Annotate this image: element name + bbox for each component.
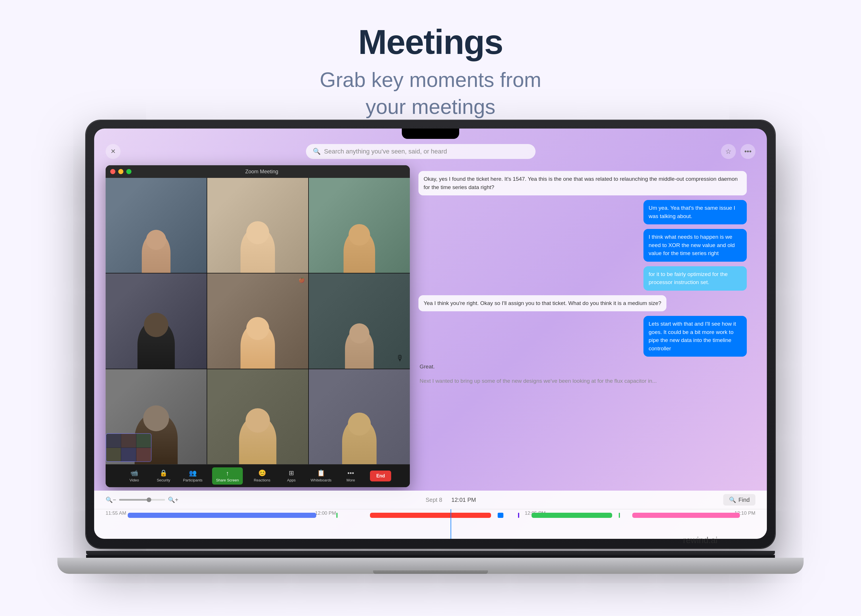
whiteboards-tool[interactable]: 📋 Whiteboards [310, 469, 332, 482]
screen-content: ✕ 🔍 Search anything you've seen, said, o… [94, 129, 767, 539]
hero-subtitle: Grab key moments from your meetings [0, 66, 861, 120]
timeline-track[interactable]: 11:55 AM 12:00 PM 12:05 PM 12:10 PM [94, 509, 767, 539]
page-title: Meetings [0, 23, 861, 61]
chat-text-1: Okay, yes I found the ticket here. It's … [419, 171, 747, 195]
video-tool[interactable]: 📹 Video [124, 469, 144, 482]
security-label: Security [157, 478, 170, 482]
more-tool[interactable]: ••• More [341, 469, 361, 482]
zoom-window-title: Zoom Meeting [134, 169, 389, 175]
chat-message-8: Next I wanted to bring up some of the ne… [419, 377, 747, 385]
chat-panel: Okay, yes I found the ticket here. It's … [410, 165, 756, 487]
laptop-body: ✕ 🔍 Search anything you've seen, said, o… [86, 121, 775, 548]
traffic-light-red[interactable] [110, 169, 115, 174]
timeline-date: Sept 8 [426, 497, 442, 503]
camera-notch [402, 129, 459, 139]
video-cell-2 [207, 178, 308, 273]
participants-icon: 👥 [189, 469, 197, 477]
find-icon: 🔍 [729, 497, 736, 503]
video-label: Video [129, 478, 139, 482]
reactions-label: Reactions [254, 478, 270, 482]
timeline-bar-zoom [128, 513, 316, 518]
chat-bubble-2: Um yea. Yea that's the same issue I was … [644, 200, 747, 225]
top-bar: ✕ 🔍 Search anything you've seen, said, o… [94, 141, 767, 162]
apple-logo: 🍎 [299, 277, 305, 283]
traffic-light-yellow[interactable] [118, 169, 123, 174]
apps-label: Apps [287, 478, 296, 482]
chat-message-1: Okay, yes I found the ticket here. It's … [419, 171, 747, 195]
share-screen-icon: ↑ [226, 470, 229, 477]
participants-label: Participants [183, 478, 203, 482]
video-cell-9 [309, 369, 410, 464]
watermark: rewind.ai [683, 535, 718, 545]
find-button[interactable]: 🔍 Find [723, 494, 756, 506]
reactions-tool[interactable]: 😊 Reactions [252, 469, 272, 482]
chat-message-5: Yea I think you're right. Okay so I'll a… [419, 295, 747, 311]
more-button[interactable]: ••• [740, 144, 756, 159]
screen-bezel: ✕ 🔍 Search anything you've seen, said, o… [94, 129, 767, 539]
laptop-base-notch [373, 570, 488, 574]
chat-faded-8: Next I wanted to bring up some of the ne… [419, 377, 658, 385]
timeline-zoom-group: 🔍− 🔍+ [105, 497, 178, 503]
end-button[interactable]: End [370, 471, 391, 481]
zoom-toolbar: 📹 Video 🔒 Security 👥 Participants [105, 464, 410, 487]
traffic-light-green[interactable] [126, 169, 131, 174]
search-icon: 🔍 [313, 148, 321, 155]
video-cell-4 [105, 273, 207, 368]
main-content: Zoom Meeting [94, 165, 767, 487]
hero-section: Meetings Grab key moments from your meet… [0, 0, 861, 137]
share-screen-label: Share Screen [216, 478, 239, 482]
more-label: More [346, 478, 355, 482]
laptop-hinge-top [86, 551, 775, 555]
thumbnail-strip [105, 433, 151, 462]
zoom-titlebar: Zoom Meeting [105, 165, 410, 178]
laptop-bottom [57, 558, 804, 574]
star-button[interactable]: ☆ [721, 144, 736, 159]
laptop-frame: ✕ 🔍 Search anything you've seen, said, o… [86, 121, 775, 574]
apps-tool[interactable]: ⊞ Apps [281, 469, 301, 482]
top-actions: ☆ ••• [721, 144, 756, 159]
chat-message-6: Lets start with that and I'll see how it… [419, 316, 747, 357]
apps-icon: ⊞ [289, 469, 294, 477]
laptop-hinge [86, 555, 775, 558]
security-tool[interactable]: 🔒 Security [154, 469, 174, 482]
chat-bubble-4: for it to be fairly optimized for the pr… [644, 266, 747, 291]
close-button[interactable]: ✕ [105, 144, 121, 159]
chat-plain-7: Great. [419, 361, 436, 372]
video-grid: 🍎 🎙 [105, 178, 410, 464]
whiteboards-icon: 📋 [317, 469, 325, 477]
search-placeholder: Search anything you've seen, said, or he… [324, 148, 447, 155]
time-label-2: 12:00 PM [315, 511, 336, 516]
timeline-area: 🔍− 🔍+ Sept 8 12:01 PM [94, 490, 767, 539]
video-cell-3 [309, 178, 410, 273]
zoom-out-icon[interactable]: 🔍− [105, 497, 116, 503]
video-icon: 📹 [130, 469, 138, 477]
find-label: Find [738, 497, 750, 503]
video-cell-1 [105, 178, 207, 273]
whiteboards-label: Whiteboards [310, 478, 332, 482]
timeline-playhead [450, 509, 451, 539]
chat-message-7: Great. [419, 361, 747, 372]
time-label-1: 11:55 AM [105, 511, 126, 516]
video-cell-6: 🎙 [309, 273, 410, 368]
security-icon: 🔒 [160, 469, 167, 477]
video-cell-8 [207, 369, 308, 464]
timeline-zoom-slider[interactable] [119, 499, 165, 501]
chat-message-3: I think what needs to happen is we need … [419, 229, 747, 262]
zoom-window: Zoom Meeting [105, 165, 410, 487]
share-screen-tool[interactable]: ↑ Share Screen [212, 467, 243, 485]
search-bar[interactable]: 🔍 Search anything you've seen, said, or … [306, 144, 535, 159]
chat-bubble-6: Lets start with that and I'll see how it… [644, 316, 747, 357]
laptop-wrapper: ✕ 🔍 Search anything you've seen, said, o… [86, 121, 775, 574]
timeline-time: 12:01 PM [452, 497, 476, 503]
timeline-controls: 🔍− 🔍+ Sept 8 12:01 PM [94, 490, 767, 509]
chat-text-5: Yea I think you're right. Okay so I'll a… [419, 295, 666, 311]
video-cell-5: 🍎 [207, 273, 308, 368]
reactions-icon: 😊 [258, 469, 266, 477]
chat-bubble-3: I think what needs to happen is we need … [644, 229, 747, 262]
timeline-bar-pink [632, 513, 740, 518]
timeline-bar-gmail [370, 513, 491, 518]
chat-message-2: Um yea. Yea that's the same issue I was … [419, 200, 747, 225]
participants-tool[interactable]: 👥 Participants [183, 469, 203, 482]
zoom-in-icon[interactable]: 🔍+ [168, 497, 178, 503]
timeline-bar-green [532, 513, 612, 518]
